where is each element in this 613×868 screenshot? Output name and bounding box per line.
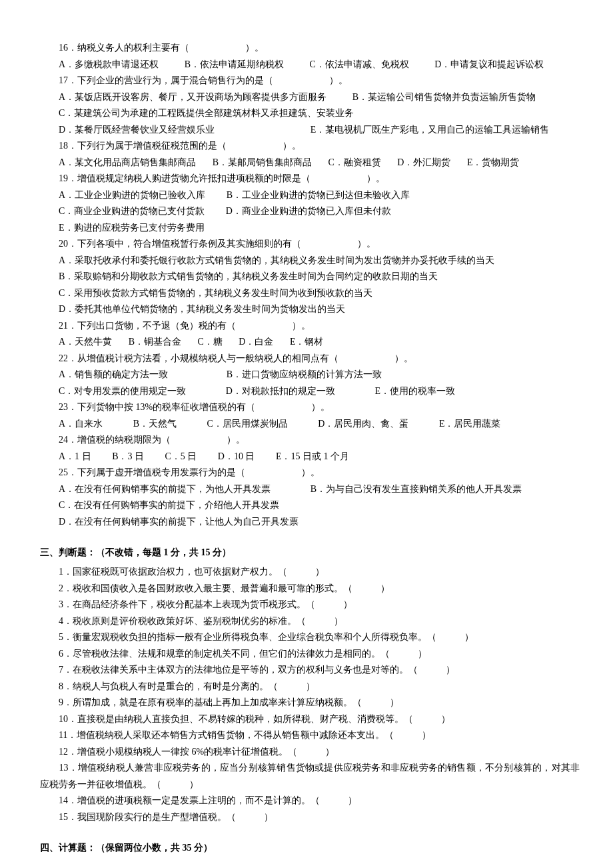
- q20-opt-b-row: B．采取赊销和分期收款方式销售货物的，其纳税义务发生时间为合同约定的收款日期的当…: [40, 269, 580, 285]
- q17-opt-d: D．某餐厅既经营餐饮业又经营娱乐业: [59, 122, 215, 139]
- q21-opt-a: A．天然牛黄: [59, 334, 112, 351]
- tf-9: 9．所谓加成，就是在原有税率的基础上再加上加成率来计算应纳税额。（ ）: [40, 695, 580, 711]
- q24-opt-c: C．5 日: [165, 449, 197, 465]
- q19-stem: 19．增值税规定纳税人购进货物允许抵扣进项税额的时限是（ ）。: [40, 171, 580, 187]
- q24-options: A．1 日 B．3 日 C．5 日 D．10 日 E．15 日或 1 个月: [40, 449, 580, 465]
- section3-title: 三、判断题：（不改错，每题 1 分，共 15 分）: [40, 545, 580, 561]
- q19-options-row2: C．商业企业购进的货物已支付货款 D．商业企业购进的货物已入库但未付款 E．购进…: [40, 203, 580, 236]
- q24-opt-a: A．1 日: [59, 449, 91, 465]
- q16-options: A．多缴税款申请退还权 B．依法申请延期纳税权 C．依法申请减、免税权 D．申请…: [40, 57, 580, 73]
- q18-options: A．某文化用品商店销售集邮商品 B．某邮局销售集邮商品 C．融资租赁 D．外汇期…: [40, 155, 580, 171]
- q24-opt-e: E．15 日或 1 个月: [276, 449, 349, 465]
- q24-opt-d: D．10 日: [218, 449, 255, 465]
- q22-opt-a: A．销售额的确定方法一致: [59, 367, 168, 383]
- q17-stem: 17．下列企业的营业行为，属于混合销售行为的是（ ）。: [40, 73, 580, 89]
- q25-opt-a: A．在没有任何购销事实的前提下，为他人开具发票: [59, 481, 271, 498]
- q16-stem: 16．纳税义务人的权利主要有（ ）。: [40, 40, 580, 57]
- q25-opt-c: C．在没有任何购销事实的前提下，介绍他人开具发票: [59, 497, 279, 514]
- q22-opt-b: B．进口货物应纳税额的计算方法一致: [227, 367, 382, 383]
- q25-options-row1: A．在没有任何购销事实的前提下，为他人开具发票 B．为与自己没有发生直接购销关系…: [40, 481, 580, 498]
- tf-5: 5．衡量宏观税收负担的指标一般有企业所得税负率、企业综合税负率和个人所得税负率。…: [40, 629, 580, 646]
- q23-opt-a: A．自来水: [59, 416, 103, 433]
- q20-opt-b: B．采取赊销和分期收款方式销售货物的，其纳税义务发生时间为合同约定的收款日期的当…: [59, 269, 438, 285]
- tf-7: 7．在税收法律关系中主体双方的法律地位是平等的，双方的权利与义务也是对等的。（ …: [40, 662, 580, 679]
- q22-options-row1: A．销售额的确定方法一致 B．进口货物应纳税额的计算方法一致: [40, 367, 580, 383]
- q18-opt-c: C．融资租赁: [328, 155, 380, 171]
- q22-opt-e: E．使用的税率一致: [374, 383, 455, 400]
- q17-opt-e: E．某电视机厂既生产彩电，又用自己的运输工具运输销售: [310, 122, 550, 139]
- q19-opt-e: E．购进的应税劳务已支付劳务费用: [59, 220, 205, 237]
- q17-options-row2: C．某建筑公司为承建的工程既提供全部建筑材料又承担建筑、安装业务: [40, 105, 580, 122]
- q25-options-row2: C．在没有任何购销事实的前提下，介绍他人开具发票 D．在没有任何购销事实的前提下…: [40, 497, 580, 530]
- q16-opt-c: C．依法申请减、免税权: [309, 57, 408, 73]
- q22-opt-c: C．对专用发票的使用规定一致: [59, 383, 186, 400]
- q18-opt-e: E．货物期货: [467, 155, 520, 171]
- q22-stem: 22．从增值税计税方法看，小规模纳税人与一般纳税人的相同点有（ ）。: [40, 351, 580, 367]
- q20-stem: 20．下列各项中，符合增值税暂行条例及其实施细则的有（ ）。: [40, 236, 580, 253]
- tf-2: 2．税收和国债收入是各国财政收入最主要、最普遍和最可靠的形式。（ ）: [40, 581, 580, 597]
- q25-opt-d: D．在没有任何购销事实的前提下，让他人为自己开具发票: [59, 514, 299, 531]
- q17-opt-b: B．某运输公司销售货物并负责运输所售货物: [352, 89, 536, 106]
- q20-opt-d: D．委托其他单位代销货物的，其纳税义务发生时间为货物发出的当天: [59, 301, 345, 318]
- tf-3: 3．在商品经济条件下，税收分配基本上表现为货币税形式。（ ）: [40, 597, 580, 613]
- q21-opt-d: D．白金: [239, 334, 273, 351]
- q23-opt-e: E．居民用蔬菜: [439, 416, 501, 433]
- q17-opt-c: C．某建筑公司为承建的工程既提供全部建筑材料又承担建筑、安装业务: [59, 105, 354, 122]
- tf-11: 11．增值税纳税人采取还本销售方式销售货物，不得从销售额中减除还本支出。（ ）: [40, 727, 580, 744]
- q23-stem: 23．下列货物中按 13%的税率征收增值税的有（ ）。: [40, 399, 580, 416]
- q25-stem: 25．下列属于虚开增值税专用发票行为的是（ ）。: [40, 465, 580, 481]
- q23-opt-c: C．居民用煤炭制品: [207, 416, 287, 433]
- q20-opt-d-row: D．委托其他单位代销货物的，其纳税义务发生时间为货物发出的当天: [40, 301, 580, 318]
- tf-13: 13．增值税纳税人兼营非应税劳务的，应当分别核算销售货物或提供应税劳务和非应税劳…: [40, 760, 580, 793]
- q19-opt-a: A．工业企业购进的货物已验收入库: [59, 187, 205, 204]
- q17-opt-a: A．某饭店既开设客房、餐厅，又开设商场为顾客提供多方面服务: [59, 89, 326, 106]
- tf-6: 6．尽管税收法律、法规和规章的制定机关不同，但它们的法律效力是相同的。（ ）: [40, 646, 580, 663]
- section4-title: 四、计算题：（保留两位小数，共 35 分）: [40, 840, 580, 857]
- tf-1: 1．国家征税既可依据政治权力，也可依据财产权力。（ ）: [40, 564, 580, 581]
- q21-opt-e: E．钢材: [290, 334, 324, 351]
- q23-options: A．自来水 B．天然气 C．居民用煤炭制品 D．居民用肉、禽、蛋 E．居民用蔬菜: [40, 416, 580, 433]
- q16-opt-b: B．依法申请延期纳税权: [185, 57, 284, 73]
- tf-15: 15．我国现阶段实行的是生产型增值税。（ ）: [40, 809, 580, 826]
- q23-opt-d: D．居民用肉、禽、蛋: [318, 416, 408, 433]
- q21-opt-b: B．铜基合金: [129, 334, 181, 351]
- tf-12: 12．增值税小规模纳税人一律按 6%的税率计征增值税。（ ）: [40, 744, 580, 761]
- q20-opt-a-row: A．采取托收承付和委托银行收款方式销售货物的，其纳税义务发生时间为发出货物并办妥…: [40, 253, 580, 269]
- q18-opt-a: A．某文化用品商店销售集邮商品: [59, 155, 196, 171]
- q21-options: A．天然牛黄 B．铜基合金 C．糖 D．白金 E．钢材: [40, 334, 580, 351]
- q18-stem: 18．下列行为属于增值税征税范围的是（ ）。: [40, 138, 580, 155]
- q16-opt-a: A．多缴税款申请退还权: [59, 57, 159, 73]
- q21-stem: 21．下列出口货物，不予退（免）税的有（ ）。: [40, 318, 580, 335]
- q24-stem: 24．增值税的纳税期限为（ ）。: [40, 432, 580, 449]
- tf-10: 10．直接税是由纳税人直接负担、不易转嫁的税种，如所得税、财产税、消费税等。（ …: [40, 711, 580, 728]
- q23-opt-b: B．天然气: [133, 416, 177, 433]
- q24-opt-b: B．3 日: [112, 449, 144, 465]
- q22-opt-d: D．对税款抵扣的规定一致: [226, 383, 335, 400]
- q16-opt-d: D．申请复议和提起诉讼权: [434, 57, 544, 73]
- q19-opt-b: B．工业企业购进的货物已到达但未验收入库: [227, 187, 410, 204]
- tf-8: 8．纳税人与负税人有时是重合的，有时是分离的。（ ）: [40, 679, 580, 695]
- q18-opt-d: D．外汇期货: [397, 155, 450, 171]
- q20-opt-c: C．采用预收货款方式销售货物的，其纳税义务发生时间为收到预收款的当天: [59, 285, 372, 302]
- tf-4: 4．税收原则是评价税收政策好坏、鉴别税制优劣的标准。（ ）: [40, 613, 580, 630]
- q17-options-row1: A．某饭店既开设客房、餐厅，又开设商场为顾客提供多方面服务 B．某运输公司销售货…: [40, 89, 580, 106]
- q21-opt-c: C．糖: [197, 334, 222, 351]
- q25-opt-b: B．为与自己没有发生直接购销关系的他人开具发票: [310, 481, 522, 498]
- q17-options-row3: D．某餐厅既经营餐饮业又经营娱乐业 E．某电视机厂既生产彩电，又用自己的运输工具…: [40, 122, 580, 139]
- q22-options-row2: C．对专用发票的使用规定一致 D．对税款抵扣的规定一致 E．使用的税率一致: [40, 383, 580, 400]
- q20-opt-c-row: C．采用预收货款方式销售货物的，其纳税义务发生时间为收到预收款的当天: [40, 285, 580, 302]
- q19-options-row1: A．工业企业购进的货物已验收入库 B．工业企业购进的货物已到达但未验收入库: [40, 187, 580, 204]
- q20-opt-a: A．采取托收承付和委托银行收款方式销售货物的，其纳税义务发生时间为发出货物并办妥…: [59, 253, 494, 269]
- q19-opt-c: C．商业企业购进的货物已支付货款: [59, 203, 205, 220]
- tf-14: 14．增值税的进项税额一定是发票上注明的，而不是计算的。（ ）: [40, 793, 580, 809]
- q18-opt-b: B．某邮局销售集邮商品: [213, 155, 312, 171]
- q19-opt-d: D．商业企业购进的货物已入库但未付款: [226, 203, 391, 220]
